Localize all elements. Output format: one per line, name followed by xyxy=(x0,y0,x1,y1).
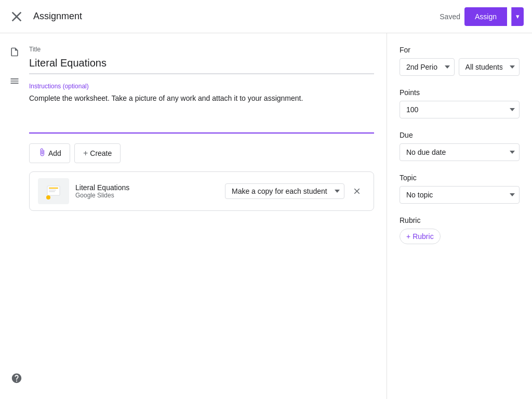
copy-option-select[interactable]: Make a copy for each student Students ca… xyxy=(225,183,344,199)
action-buttons: Add + Create xyxy=(29,143,374,163)
assign-button[interactable]: Assign xyxy=(464,7,507,26)
svg-point-5 xyxy=(46,195,50,200)
attachment-type: Google Slides xyxy=(75,192,219,199)
attachment-actions: Make a copy for each student Students ca… xyxy=(225,183,365,200)
title-input[interactable] xyxy=(29,55,374,74)
points-select[interactable]: 100 xyxy=(400,101,520,118)
svg-rect-2 xyxy=(49,188,58,189)
document-icon-btn[interactable] xyxy=(4,42,25,62)
instructions-section: Instructions (optional) xyxy=(29,83,374,135)
rubric-btn-label: Rubric xyxy=(413,232,433,241)
for-label: For xyxy=(400,46,520,54)
header: Assignment Saved Assign ▾ xyxy=(0,0,532,33)
assign-dropdown-chevron: ▾ xyxy=(516,12,520,20)
assign-dropdown-button[interactable]: ▾ xyxy=(511,7,524,26)
title-section: Title xyxy=(29,46,374,74)
create-label: Create xyxy=(90,149,112,157)
content-area: Title Instructions (optional) Add + Crea… xyxy=(29,33,387,399)
attach-icon xyxy=(38,148,46,158)
rubric-plus-icon: + xyxy=(406,232,410,241)
header-left: Assignment xyxy=(8,8,440,25)
page-title: Assignment xyxy=(33,11,82,22)
right-panel: For 2nd Period All students Points 100 D… xyxy=(387,33,532,399)
rubric-button[interactable]: + Rubric xyxy=(400,229,441,244)
svg-rect-3 xyxy=(49,190,56,191)
menu-icon-btn[interactable] xyxy=(4,71,25,91)
points-section: Points 100 xyxy=(400,88,520,118)
main-layout: Title Instructions (optional) Add + Crea… xyxy=(0,33,532,399)
slides-thumbnail-icon xyxy=(44,182,63,201)
add-button[interactable]: Add xyxy=(29,143,70,163)
plus-icon: + xyxy=(83,149,88,158)
attachment-card: Literal Equations Google Slides Make a c… xyxy=(29,171,374,211)
saved-status: Saved xyxy=(440,12,460,21)
svg-rect-4 xyxy=(49,191,55,192)
attachment-thumbnail xyxy=(38,178,69,204)
due-label: Due xyxy=(400,131,520,139)
attachment-name: Literal Equations xyxy=(75,183,219,192)
for-section: For 2nd Period All students xyxy=(400,46,520,76)
students-select[interactable]: All students xyxy=(459,58,520,76)
due-date-select[interactable]: No due date xyxy=(400,143,520,161)
add-label: Add xyxy=(48,149,61,157)
help-button[interactable] xyxy=(8,370,25,387)
topic-section: Topic No topic xyxy=(400,174,520,204)
header-right: Saved Assign ▾ xyxy=(440,7,524,26)
instructions-label[interactable]: Instructions (optional) xyxy=(29,83,374,90)
create-button[interactable]: + Create xyxy=(74,143,121,163)
attachment-info: Literal Equations Google Slides xyxy=(75,183,219,199)
svg-rect-1 xyxy=(47,186,60,195)
remove-attachment-button[interactable] xyxy=(349,183,365,200)
rubric-section: Rubric + Rubric xyxy=(400,216,520,244)
instructions-textarea[interactable] xyxy=(29,92,374,134)
topic-label: Topic xyxy=(400,174,520,182)
close-button[interactable] xyxy=(8,8,25,25)
for-selects: 2nd Period All students xyxy=(400,58,520,76)
points-label: Points xyxy=(400,88,520,97)
title-label: Title xyxy=(29,46,374,53)
rubric-label: Rubric xyxy=(400,216,520,224)
period-select[interactable]: 2nd Period xyxy=(400,58,455,76)
left-sidebar xyxy=(0,33,29,399)
topic-select[interactable]: No topic xyxy=(400,186,520,204)
due-section: Due No due date xyxy=(400,131,520,161)
